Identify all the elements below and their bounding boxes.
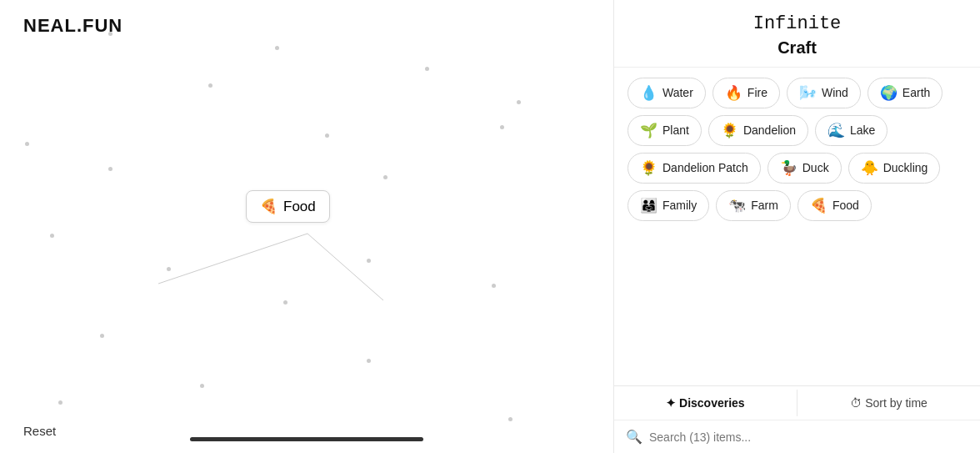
- canvas-svg: [0, 0, 613, 453]
- element-emoji: 🐄: [728, 197, 746, 214]
- element-emoji: 🦆: [780, 159, 798, 177]
- element-emoji: 👨‍👩‍👧: [640, 197, 658, 214]
- element-chip[interactable]: 🌻Dandelion Patch: [628, 153, 761, 184]
- element-label: Wind: [822, 86, 848, 99]
- element-chip[interactable]: 🐥Duckling: [848, 153, 941, 184]
- element-chip[interactable]: 👨‍👩‍👧Family: [628, 190, 709, 221]
- canvas-dot: [500, 125, 504, 129]
- element-label: Lake: [850, 123, 875, 137]
- svg-line-1: [308, 234, 383, 300]
- canvas-dot: [425, 67, 429, 71]
- svg-line-0: [158, 234, 308, 284]
- canvas-dot: [492, 284, 496, 288]
- element-chip[interactable]: 🌬️Wind: [787, 78, 861, 108]
- canvas-dot: [508, 417, 512, 421]
- element-chip[interactable]: 🐄Farm: [716, 190, 791, 221]
- canvas-dot: [108, 167, 112, 171]
- element-emoji: 🍕: [810, 197, 828, 214]
- element-label: Earth: [902, 86, 930, 99]
- element-label: Dandelion Patch: [662, 161, 748, 174]
- canvas-dot: [367, 259, 371, 263]
- canvas-dot: [325, 133, 329, 138]
- canvas-food-item[interactable]: 🍕 Food: [246, 190, 330, 223]
- element-emoji: 🌊: [828, 122, 845, 139]
- element-label: Water: [662, 86, 693, 99]
- canvas-area[interactable]: NEAL.FUN 🍕 Food Reset: [0, 0, 613, 453]
- element-chip[interactable]: 🌻Dandelion: [708, 115, 808, 146]
- element-label: Food: [832, 199, 859, 212]
- craft-title-line2: Craft: [778, 38, 817, 57]
- element-emoji: 💧: [640, 84, 658, 102]
- canvas-dot: [517, 100, 521, 104]
- search-icon: 🔍: [626, 429, 642, 445]
- sort-by-time-tab[interactable]: ⏱ Sort by time: [798, 386, 980, 420]
- craft-header: Infinite Craft: [614, 0, 980, 68]
- element-chip[interactable]: 💧Water: [628, 78, 706, 108]
- canvas-dot: [283, 300, 288, 305]
- canvas-dot: [208, 83, 212, 88]
- element-chip[interactable]: 🌍Earth: [868, 78, 942, 108]
- bottom-tabs: ✦ Discoveries ⏱ Sort by time: [614, 385, 980, 420]
- craft-title-line1: Infinite: [753, 13, 842, 34]
- right-panel: Infinite Craft 💧Water🔥Fire🌬️Wind🌍Earth🌱P…: [613, 0, 980, 453]
- element-label: Duckling: [883, 161, 928, 174]
- craft-title: Infinite Craft: [753, 12, 842, 58]
- element-label: Plant: [662, 123, 689, 137]
- reset-button[interactable]: Reset: [23, 424, 56, 438]
- element-chip[interactable]: 🦆Duck: [768, 153, 842, 184]
- element-chip[interactable]: 🔥Fire: [712, 78, 780, 108]
- canvas-dot: [367, 359, 371, 363]
- canvas-dot: [108, 32, 112, 36]
- scrollbar[interactable]: [190, 437, 423, 441]
- element-emoji: 🐥: [861, 159, 878, 177]
- elements-grid[interactable]: 💧Water🔥Fire🌬️Wind🌍Earth🌱Plant🌻Dandelion🌊…: [614, 68, 980, 385]
- element-emoji: 🌻: [721, 122, 738, 139]
- search-bar: 🔍: [614, 420, 980, 453]
- canvas-dot: [200, 384, 204, 388]
- element-emoji: 🌍: [880, 84, 898, 102]
- canvas-food-label: Food: [283, 199, 316, 215]
- element-label: Family: [662, 199, 697, 212]
- canvas-dot: [383, 175, 388, 179]
- element-emoji: 🌱: [640, 122, 658, 139]
- element-label: Farm: [751, 199, 778, 212]
- element-label: Duck: [802, 161, 829, 174]
- search-input[interactable]: [649, 430, 968, 444]
- canvas-dot: [58, 400, 62, 405]
- element-emoji: 🔥: [725, 84, 742, 102]
- element-chip[interactable]: 🌊Lake: [815, 115, 888, 146]
- canvas-dot: [100, 334, 104, 338]
- element-chip[interactable]: 🌱Plant: [628, 115, 702, 146]
- canvas-dot: [25, 142, 29, 146]
- canvas-dot: [50, 234, 54, 238]
- element-emoji: 🌻: [640, 159, 658, 177]
- canvas-dot: [167, 267, 171, 271]
- element-emoji: 🌬️: [799, 84, 817, 102]
- element-label: Dandelion: [743, 123, 796, 137]
- canvas-dot: [275, 46, 279, 50]
- element-label: Fire: [748, 86, 768, 99]
- discoveries-tab[interactable]: ✦ Discoveries: [614, 386, 797, 420]
- element-chip[interactable]: 🍕Food: [798, 190, 872, 221]
- canvas-food-emoji: 🍕: [260, 198, 278, 215]
